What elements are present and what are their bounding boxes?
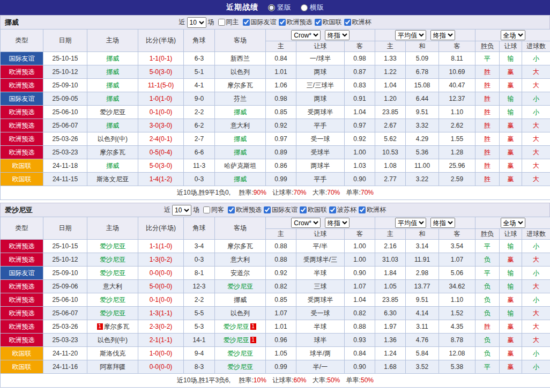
competition-checkbox-input[interactable]	[228, 206, 235, 213]
match-row: 欧国联24-11-16阿塞拜疆0-0(0-0)8-3爱沙尼亚0.99半/一0.9…	[1, 360, 550, 374]
scope-select[interactable]: 全场	[501, 218, 525, 228]
competition-checkbox[interactable]: 国际友谊	[241, 18, 277, 27]
competition-checkbox-input[interactable]	[344, 19, 351, 26]
competition-checkbox[interactable]: 欧洲预选	[277, 18, 313, 27]
col-type: 类型	[1, 217, 43, 240]
corner-count: 14-1	[184, 334, 215, 347]
match-date: 25-06-10	[43, 106, 87, 119]
final-odds-select-2[interactable]: 终指	[430, 30, 455, 40]
match-type-badge: 欧国联	[1, 347, 43, 360]
same-venue-checkbox-input[interactable]	[203, 206, 210, 213]
handicap-line: 两球	[296, 92, 345, 106]
handicap-result-cell: 赢	[500, 347, 522, 360]
match-date: 24-11-20	[43, 347, 87, 360]
avg-away-odds: 12.08	[439, 347, 475, 360]
match-row: 欧洲预选25-06-07挪威3-0(3-0)6-2意大利0.92平手0.972.…	[1, 119, 550, 132]
goals-cell: 小	[522, 267, 550, 280]
handicap-line: 球半	[296, 334, 345, 347]
avg-draw-odds: 11.91	[406, 253, 439, 267]
corner-count: 6-6	[184, 146, 215, 159]
home-odds: 0.88	[266, 253, 296, 267]
avg-home-odds: 1.84	[375, 267, 406, 280]
same-venue-checkbox-input[interactable]	[218, 19, 225, 26]
away-odds: 1.00	[345, 146, 375, 159]
avg-away-odds: 5.38	[439, 360, 475, 374]
recent-count-select[interactable]: 10	[172, 205, 191, 216]
competition-label: 国际友谊	[251, 18, 277, 27]
results-table: 类型 日期 主场 比分(半场) 角球 客场 Crow* 终指 平均值 终指 全场	[0, 217, 550, 388]
handicap-result-cell: 输	[500, 240, 522, 253]
goals-cell: 大	[522, 334, 550, 347]
match-score: 0-1(0-0)	[138, 293, 184, 307]
avg-away-odds: 3.54	[439, 240, 475, 253]
match-row: 欧洲预选25-10-12爱沙尼亚1-3(0-2)0-3意大利0.88受两球半/三…	[1, 253, 550, 267]
match-type-badge: 欧洲预选	[1, 307, 43, 320]
avg-draw-odds: 15.08	[406, 79, 439, 92]
same-venue-checkbox[interactable]: 同客	[201, 205, 224, 215]
goals-cell: 大	[522, 253, 550, 267]
competition-checkbox[interactable]: 国际友谊	[262, 205, 298, 215]
summary-text: 近10场,胜9平1负0,	[177, 189, 231, 196]
away-odds: 1.00	[345, 240, 375, 253]
scope-select[interactable]: 全场	[501, 30, 525, 40]
avg-home-odds: 1.05	[375, 280, 406, 293]
average-select[interactable]: 平均值	[395, 218, 426, 228]
competition-checkbox-input[interactable]	[315, 19, 322, 26]
same-venue-label: 同主	[226, 18, 239, 27]
handicap-line: 受两球半/三	[296, 253, 345, 267]
col-away: 客场	[215, 29, 266, 52]
away-team: 爱沙尼亚1	[215, 320, 266, 334]
final-odds-select-2[interactable]: 终指	[430, 218, 455, 228]
match-date: 25-03-23	[43, 146, 87, 159]
competition-checkbox-input[interactable]	[300, 206, 307, 213]
avg-draw-odds: 4.29	[406, 132, 439, 146]
match-date: 24-11-16	[43, 360, 87, 374]
avg-home-odds: 2.77	[375, 173, 406, 186]
competition-checkbox-input[interactable]	[243, 19, 250, 26]
home-odds: 0.84	[266, 52, 296, 65]
match-score: 5-0(0-0)	[138, 280, 184, 293]
summary-stat-label: 单率:	[346, 376, 361, 384]
average-select[interactable]: 平均值	[395, 30, 426, 40]
same-venue-checkbox[interactable]: 同主	[216, 18, 239, 27]
view-mode-radio-horizontal[interactable]: 横版	[301, 3, 324, 12]
competition-checkbox[interactable]: 欧洲预选	[226, 205, 262, 215]
average-dropdown-group: 平均值 终指	[375, 29, 475, 41]
avg-draw-odds: 2.98	[406, 267, 439, 280]
competition-checkbox[interactable]: 欧洲杯	[356, 205, 386, 215]
competition-checkbox[interactable]: 波苏杯	[327, 205, 356, 215]
competition-checkbox-input[interactable]	[359, 206, 366, 213]
competition-checkbox[interactable]: 欧国联	[298, 205, 327, 215]
odds-source-select[interactable]: Crow*	[291, 30, 321, 40]
competition-checkbox[interactable]: 欧洲杯	[342, 18, 371, 27]
away-odds: 0.90	[345, 173, 375, 186]
col-odds-home: 主	[266, 229, 296, 240]
away-team: 爱沙尼亚	[215, 280, 266, 293]
competition-checkbox-input[interactable]	[279, 19, 286, 26]
away-odds: 0.93	[345, 334, 375, 347]
away-odds: 0.98	[345, 52, 375, 65]
competition-checkbox-input[interactable]	[264, 206, 271, 213]
match-date: 25-09-06	[43, 280, 87, 293]
match-score: 11-1(5-0)	[138, 79, 184, 92]
results-table: 类型 日期 主场 比分(半场) 角球 客场 Crow* 终指 平均值 终指 全场	[0, 29, 550, 200]
home-odds: 0.82	[266, 280, 296, 293]
view-mode-radio-vertical[interactable]: 竖版	[268, 3, 291, 12]
final-odds-select[interactable]: 终指	[325, 30, 350, 40]
view-mode-radio-horizontal-input[interactable]	[301, 4, 308, 11]
avg-draw-odds: 3.14	[406, 240, 439, 253]
recent-count-select[interactable]: 10	[187, 17, 206, 28]
avg-home-odds: 1.04	[375, 79, 406, 92]
final-odds-select[interactable]: 终指	[325, 218, 350, 228]
goals-cell: 大	[522, 307, 550, 320]
odds-source-select[interactable]: Crow*	[291, 218, 321, 228]
competition-checkbox[interactable]: 欧国联	[313, 18, 342, 27]
match-row: 欧洲预选25-06-10爱沙尼亚0-1(0-0)2-2挪威0.85受两球半1.0…	[1, 293, 550, 307]
corner-count: 5-1	[184, 65, 215, 79]
competition-checkbox-input[interactable]	[329, 206, 336, 213]
match-score: 1-1(1-0)	[138, 240, 184, 253]
avg-away-odds: 34.62	[439, 280, 475, 293]
corner-count: 2-7	[184, 132, 215, 146]
summary-stat-label: 让球率:	[272, 189, 293, 196]
view-mode-radio-vertical-input[interactable]	[268, 4, 275, 11]
